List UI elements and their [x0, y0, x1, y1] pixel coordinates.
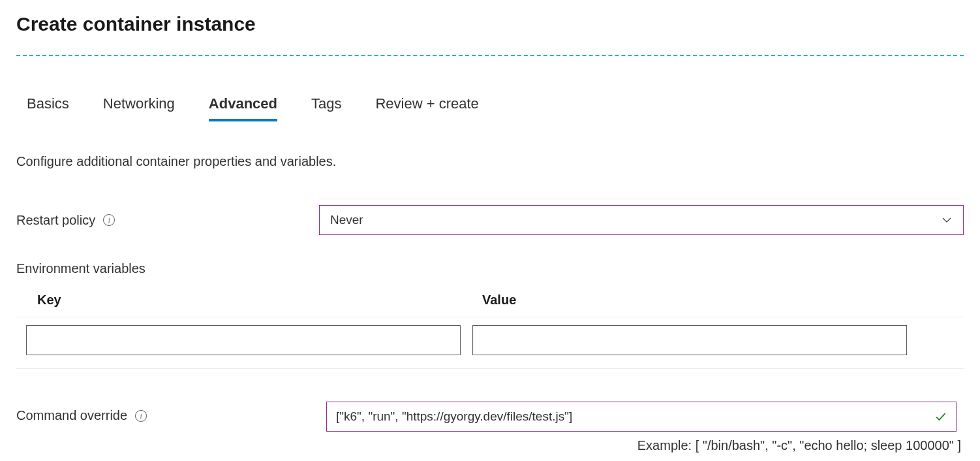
restart-policy-select[interactable]: Never [319, 205, 964, 235]
env-vars-table: Key Value [16, 293, 964, 369]
env-var-row [16, 317, 964, 369]
tab-description: Configure additional container propertie… [16, 154, 964, 169]
section-divider [16, 55, 964, 56]
tab-networking[interactable]: Networking [103, 95, 175, 121]
chevron-down-icon [941, 214, 953, 226]
env-vars-label: Environment variables [16, 261, 964, 276]
restart-policy-row: Restart policy i Never [16, 205, 964, 235]
env-header-key: Key [37, 293, 482, 308]
tab-advanced[interactable]: Advanced [209, 95, 277, 121]
tab-tags[interactable]: Tags [311, 95, 341, 121]
env-vars-header: Key Value [16, 293, 964, 317]
checkmark-icon [934, 410, 947, 423]
restart-policy-value: Never [330, 213, 363, 227]
command-override-input[interactable] [326, 402, 957, 432]
restart-policy-label: Restart policy [16, 213, 95, 228]
command-override-example: Example: [ "/bin/bash", "-c", "echo hell… [326, 438, 964, 453]
env-value-input[interactable] [472, 325, 907, 355]
info-icon[interactable]: i [103, 214, 115, 226]
info-icon[interactable]: i [135, 410, 147, 422]
env-header-value: Value [482, 293, 516, 308]
tab-review-create[interactable]: Review + create [375, 95, 478, 121]
command-override-label: Command override [16, 408, 127, 423]
tab-basics[interactable]: Basics [27, 95, 69, 121]
page-title: Create container instance [16, 13, 964, 35]
tabs-nav: Basics Networking Advanced Tags Review +… [16, 95, 964, 121]
env-key-input[interactable] [26, 325, 461, 355]
